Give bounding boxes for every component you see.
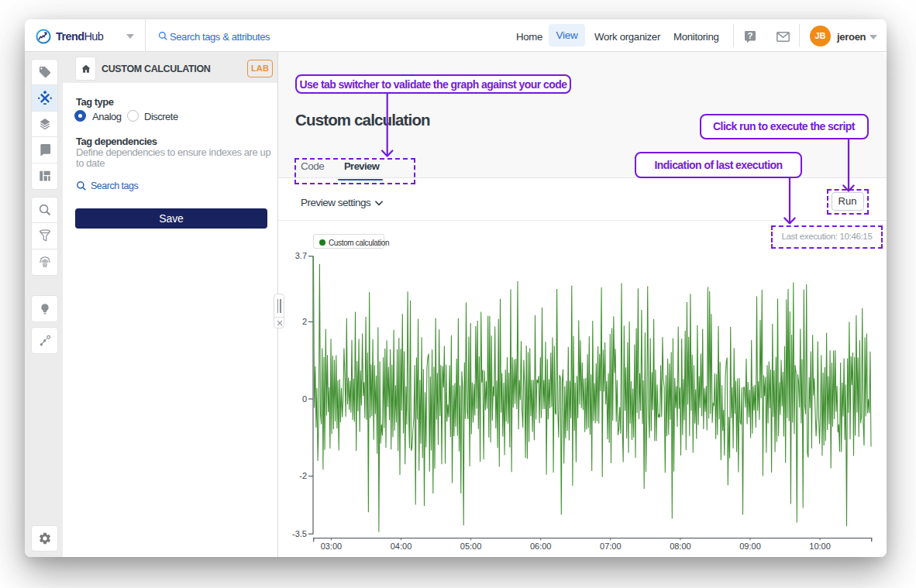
svg-text:0: 0 [302,394,307,404]
svg-text:3.7: 3.7 [295,251,307,260]
svg-text:-2: -2 [299,471,307,480]
svg-text:10:00: 10:00 [809,542,831,551]
svg-text:08:00: 08:00 [670,542,691,551]
svg-text:2: 2 [302,317,307,326]
svg-text:07:00: 07:00 [600,542,622,551]
svg-text:04:00: 04:00 [391,542,412,551]
svg-text:05:00: 05:00 [460,542,482,551]
svg-text:06:00: 06:00 [530,542,552,551]
svg-text:09:00: 09:00 [739,542,761,551]
svg-text:-3.5: -3.5 [292,529,307,538]
svg-text:03:00: 03:00 [321,542,343,551]
